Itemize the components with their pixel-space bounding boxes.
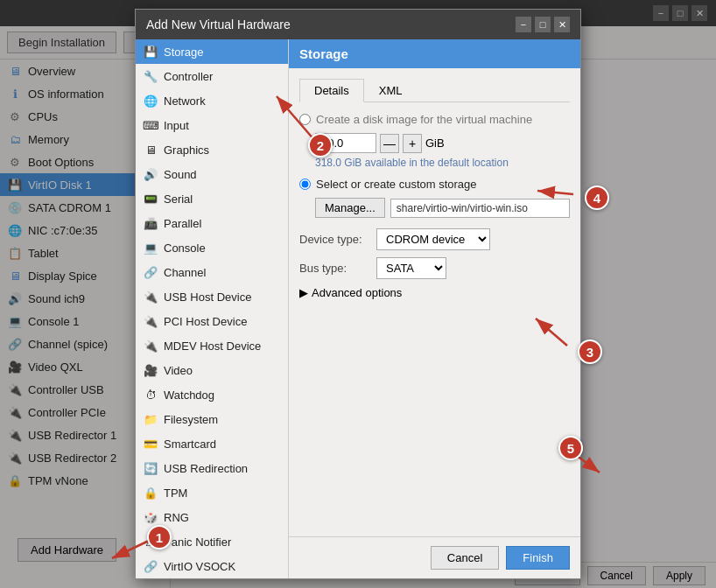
panel-header: Storage [289, 39, 580, 68]
network-icon: 🌐 [143, 93, 158, 108]
dialog-body: 💾 Storage 🔧 Controller 🌐 Network ⌨ Input [136, 39, 580, 578]
hw-item-graphics[interactable]: 🖥 Graphics [136, 137, 288, 162]
hw-label-input: Input [164, 119, 189, 132]
rng-icon: 🎲 [143, 509, 158, 525]
disk-size-plus-button[interactable]: + [403, 134, 422, 153]
hw-label-panic-notifier: Panic Notifier [164, 536, 231, 549]
dialog-footer: Cancel Finish [289, 536, 580, 578]
dialog-title-bar: Add New Virtual Hardware − □ ✕ [136, 10, 580, 39]
hw-item-input[interactable]: ⌨ Input [136, 113, 288, 137]
video-icon: 🎥 [143, 362, 158, 378]
annotation-3: 3 [578, 340, 602, 364]
hw-label-watchdog: Watchdog [164, 388, 214, 402]
advanced-chevron-icon: ▶ [299, 286, 308, 299]
hw-item-rng[interactable]: 🎲 RNG [136, 505, 288, 529]
serial-icon: 📟 [143, 191, 158, 206]
hw-item-sound[interactable]: 🔊 Sound [136, 162, 288, 186]
manage-button[interactable]: Manage... [315, 198, 385, 218]
hw-item-storage[interactable]: 💾 Storage [136, 39, 288, 64]
hw-item-parallel[interactable]: 📠 Parallel [136, 211, 288, 235]
hw-item-watchdog[interactable]: ⏱ Watchdog [136, 382, 288, 407]
disk-size-minus-button[interactable]: — [380, 134, 399, 153]
hw-label-network: Network [164, 94, 206, 108]
dialog-maximize-button[interactable]: □ [535, 17, 551, 32]
disk-size-unit: GiB [425, 136, 445, 150]
hardware-list: 💾 Storage 🔧 Controller 🌐 Network ⌨ Input [136, 39, 289, 578]
hw-label-video: Video [164, 364, 193, 377]
storage-path-input[interactable] [390, 199, 570, 218]
radio-select-storage-input[interactable] [299, 178, 311, 190]
console-icon: 💻 [143, 240, 158, 256]
hw-item-serial[interactable]: 📟 Serial [136, 186, 288, 211]
hw-item-usb-host-device[interactable]: 🔌 USB Host Device [136, 284, 288, 309]
radio-create-disk[interactable]: Create a disk image for the virtual mach… [299, 113, 570, 126]
hw-label-console: Console [164, 242, 206, 255]
tpm-icon: 🔒 [143, 485, 158, 500]
usb-redirection-icon: 🔄 [143, 460, 158, 476]
radio-create-disk-input[interactable] [299, 114, 311, 125]
hw-item-panic-notifier[interactable]: ⚠ Panic Notifier [136, 529, 288, 554]
hw-item-smartcard[interactable]: 💳 Smartcard [136, 431, 288, 456]
dialog-overlay: Add New Virtual Hardware − □ ✕ 💾 Storage [0, 0, 716, 588]
annotation-4: 4 [585, 186, 609, 210]
tab-xml[interactable]: XML [364, 79, 418, 102]
controller-icon: 🔧 [143, 68, 158, 84]
hw-item-console[interactable]: 💻 Console [136, 235, 288, 260]
dialog-cancel-button[interactable]: Cancel [431, 546, 499, 570]
available-text: 318.0 GiB available in the default locat… [315, 157, 570, 169]
device-type-label: Device type: [299, 233, 369, 246]
panic-notifier-icon: ⚠ [143, 534, 158, 550]
sound-icon: 🔊 [143, 166, 158, 182]
dialog-minimize-button[interactable]: − [516, 17, 531, 32]
advanced-options-toggle[interactable]: ▶ Advanced options [299, 286, 570, 299]
hw-item-pci-host-device[interactable]: 🔌 PCI Host Device [136, 309, 288, 333]
hw-label-channel: Channel [164, 266, 206, 279]
radio-create-disk-label: Create a disk image for the virtual mach… [316, 113, 532, 126]
hw-label-filesystem: Filesystem [164, 413, 218, 426]
watchdog-icon: ⏱ [143, 387, 158, 402]
hw-label-mdev-host-device: MDEV Host Device [164, 340, 261, 353]
hw-label-usb-redirection: USB Redirection [164, 462, 248, 475]
dialog-finish-button[interactable]: Finish [506, 546, 570, 570]
tab-details[interactable]: Details [299, 79, 364, 102]
parallel-icon: 📠 [143, 215, 158, 231]
usb-host-device-icon: 🔌 [143, 289, 158, 304]
hw-item-usb-redirection[interactable]: 🔄 USB Redirection [136, 456, 288, 480]
graphics-icon: 🖥 [143, 142, 158, 158]
hw-label-usb-host-device: USB Host Device [164, 290, 251, 304]
main-window: Windows-11 on QEMU/KVM − □ ✕ Begin Insta… [0, 0, 716, 588]
smartcard-icon: 💳 [143, 436, 158, 452]
hw-item-video[interactable]: 🎥 Video [136, 358, 288, 382]
hw-item-network[interactable]: 🌐 Network [136, 88, 288, 113]
disk-size-row: — + GiB [315, 133, 570, 153]
hw-item-filesystem[interactable]: 📁 Filesystem [136, 407, 288, 431]
hw-label-controller: Controller [164, 70, 213, 83]
disk-size-input[interactable] [315, 133, 376, 153]
pci-host-device-icon: 🔌 [143, 313, 158, 329]
hw-item-virtio-vsock[interactable]: 🔗 VirtIO VSOCK [136, 554, 288, 578]
hw-label-parallel: Parallel [164, 217, 201, 230]
hw-label-tpm: TPM [164, 486, 187, 500]
mdev-host-device-icon: 🔌 [143, 338, 158, 354]
tabs: Details XML [299, 79, 570, 102]
hw-item-tpm[interactable]: 🔒 TPM [136, 480, 288, 505]
hw-item-mdev-host-device[interactable]: 🔌 MDEV Host Device [136, 333, 288, 358]
device-type-select[interactable]: CDROM device Disk device [376, 228, 490, 250]
channel-icon: 🔗 [143, 264, 158, 280]
device-type-row: Device type: CDROM device Disk device [299, 228, 570, 250]
hw-label-smartcard: Smartcard [164, 438, 216, 451]
hw-item-controller[interactable]: 🔧 Controller [136, 64, 288, 88]
input-icon: ⌨ [143, 117, 158, 133]
hw-label-storage: Storage [164, 46, 204, 59]
dialog-close-button[interactable]: ✕ [554, 17, 570, 32]
dialog-title-controls: − □ ✕ [516, 17, 570, 32]
manage-row: Manage... [315, 198, 570, 218]
hw-label-serial: Serial [164, 192, 193, 206]
hw-label-pci-host-device: PCI Host Device [164, 315, 247, 328]
hw-label-rng: RNG [164, 511, 189, 524]
hw-item-channel[interactable]: 🔗 Channel [136, 260, 288, 284]
radio-select-storage[interactable]: Select or create custom storage [299, 178, 570, 191]
bus-type-select[interactable]: SATA IDE SCSI [376, 257, 446, 279]
panel-content: Details XML Create a disk image for the … [289, 68, 580, 536]
dialog-title: Add New Virtual Hardware [146, 18, 291, 32]
